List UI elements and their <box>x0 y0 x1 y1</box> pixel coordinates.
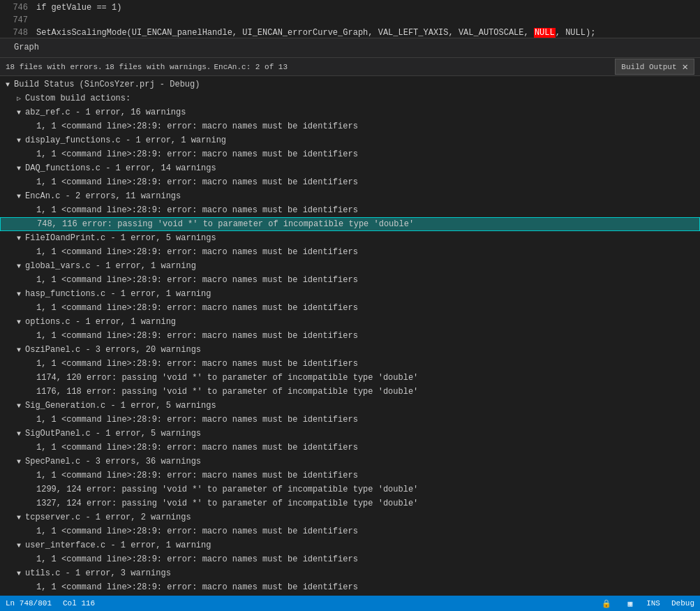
ozi-panel-error-2: 1174, 120 error: passing 'void *' to par… <box>36 373 418 383</box>
ins-status: INS <box>646 599 660 608</box>
display-functions-child-1[interactable]: 1, 1 <command line>:28:9: error: macro n… <box>0 147 700 161</box>
tree-item-ozi-panel[interactable]: ▼ OsziPanel.c - 3 errors, 20 warnings <box>0 343 700 357</box>
grid-icon-btn[interactable]: ▦ <box>625 599 636 608</box>
tree-item-utils[interactable]: ▼ utils.c - 1 error, 3 warnings <box>0 566 700 580</box>
daq-functions-label: DAQ_functions.c - 1 error, 14 warnings <box>25 163 216 173</box>
global-vars-label: global_vars.c - 1 error, 1 warning <box>25 261 196 271</box>
sig-out-panel-error-1: 1, 1 <command line>:28:9: error: macro n… <box>36 443 358 452</box>
sig-out-panel-child-1[interactable]: 1, 1 <command line>:28:9: error: macro n… <box>0 441 700 455</box>
hasp-functions-child-1[interactable]: 1, 1 <command line>:28:9: error: macro n… <box>0 301 700 315</box>
code-line-748: 748 SetAxisScalingMode(UI_ENCAN_panelHan… <box>0 27 700 38</box>
abz-ref-label: abz_ref.c - 1 error, 16 warnings <box>25 108 186 117</box>
user-interface-error-1: 1, 1 <command line>:28:9: error: macro n… <box>36 554 358 564</box>
user-interface-label: user_interface.c - 1 error, 1 warning <box>25 540 211 550</box>
tree-item-hasp-functions[interactable]: ▼ hasp_functions.c - 1 error, 1 warning <box>0 287 700 301</box>
sig-generation-child-1[interactable]: 1, 1 <command line>:28:9: error: macro n… <box>0 413 700 427</box>
display-functions-error-1: 1, 1 <command line>:28:9: error: macro n… <box>36 149 358 159</box>
spec-panel-error-2: 1299, 124 error: passing 'void *' to par… <box>36 485 418 494</box>
ozi-panel-child-3[interactable]: 1176, 118 error: passing 'void *' to par… <box>0 385 700 399</box>
spec-panel-error-3: 1327, 124 error: passing 'void *' to par… <box>36 499 418 508</box>
code-line-746: 746 if getValue == 1) <box>0 1 700 14</box>
bottom-status-bar: Ln 748/801 Col 116 🔒 ▦ INS Debug <box>0 596 700 611</box>
sig-out-panel-label: SigOutPanel.c - 1 error, 5 warnings <box>25 429 201 439</box>
tree-item-display-functions[interactable]: ▼ display_functions.c - 1 error, 1 warni… <box>0 133 700 147</box>
build-panel[interactable]: ▼ Build Status (SinCosYzer.prj - Debug) … <box>0 76 700 596</box>
tree-item-abz-ref[interactable]: ▼ abz_ref.c - 1 error, 16 warnings <box>0 105 700 119</box>
collapse-icon: ▼ <box>14 235 24 242</box>
tree-item-tcp-server[interactable]: ▼ tcpserver.c - 1 error, 2 warnings <box>0 510 700 524</box>
fileio-label: FileIOandPrint.c - 1 error, 5 warnings <box>25 233 216 243</box>
ins-label: INS <box>646 599 660 608</box>
collapse-icon: ▼ <box>14 165 24 172</box>
build-output-button[interactable]: Build Output ✕ <box>615 59 694 75</box>
sig-generation-error-1: 1, 1 <command line>:28:9: error: macro n… <box>36 415 358 425</box>
col-number-status: Col 116 <box>63 599 95 608</box>
tcp-server-child-1[interactable]: 1, 1 <command line>:28:9: error: macro n… <box>0 524 700 538</box>
utils-child-1[interactable]: 1, 1 <command line>:28:9: error: macro n… <box>0 580 700 594</box>
tree-item-fileio[interactable]: ▼ FileIOandPrint.c - 1 error, 5 warnings <box>0 231 700 245</box>
enc-an-label: EncAn.c - 2 errors, 11 warnings <box>25 191 181 201</box>
tree-item-sig-out-panel[interactable]: ▼ SigOutPanel.c - 1 error, 5 warnings <box>0 427 700 441</box>
tcp-server-label: tcpserver.c - 1 error, 2 warnings <box>25 513 191 522</box>
expand-icon: ▷ <box>14 94 24 103</box>
spec-panel-child-3[interactable]: 1327, 124 error: passing 'void *' to par… <box>0 496 700 510</box>
status-bar-top: 18 files with errors. 18 files with warn… <box>0 58 700 76</box>
collapse-icon: ▼ <box>14 402 24 410</box>
ozi-panel-child-1[interactable]: 1, 1 <command line>:28:9: error: macro n… <box>0 357 700 371</box>
hasp-functions-error-1: 1, 1 <command line>:28:9: error: macro n… <box>36 303 358 313</box>
collapse-icon: ▼ <box>14 570 24 577</box>
tree-item-sig-generation[interactable]: ▼ Sig_Generation.c - 1 error, 5 warnings <box>0 399 700 413</box>
build-status-label: Build Status (SinCosYzer.prj - Debug) <box>14 80 200 89</box>
display-functions-label: display_functions.c - 1 error, 1 warning <box>25 135 226 145</box>
close-icon[interactable]: ✕ <box>683 61 688 73</box>
options-child-1[interactable]: 1, 1 <command line>:28:9: error: macro n… <box>0 329 700 343</box>
enc-an-child-1[interactable]: 1, 1 <command line>:28:9: error: macro n… <box>0 203 700 217</box>
code-line-747: 747 <box>0 14 700 27</box>
fileio-child-1[interactable]: 1, 1 <command line>:28:9: error: macro n… <box>0 245 700 259</box>
custom-build-label: Custom build actions: <box>25 94 131 103</box>
global-vars-child-1[interactable]: 1, 1 <command line>:28:9: error: macro n… <box>0 273 700 287</box>
spec-panel-child-1[interactable]: 1, 1 <command line>:28:9: error: macro n… <box>0 469 700 483</box>
collapse-icon: ▼ <box>14 318 24 326</box>
tree-item-spec-panel[interactable]: ▼ SpecPanel.c - 3 errors, 36 warnings <box>0 455 700 469</box>
global-vars-error-1: 1, 1 <command line>:28:9: error: macro n… <box>36 275 358 285</box>
hasp-functions-label: hasp_functions.c - 1 error, 1 warning <box>25 289 211 299</box>
daq-functions-child-1[interactable]: 1, 1 <command line>:28:9: error: macro n… <box>0 175 700 189</box>
tree-item-user-interface[interactable]: ▼ user_interface.c - 1 error, 1 warning <box>0 538 700 552</box>
files-errors-label: 18 files with errors. <box>6 63 103 71</box>
options-error-1: 1, 1 <command line>:28:9: error: macro n… <box>36 331 358 341</box>
build-status-title: ▼ Build Status (SinCosYzer.prj - Debug) <box>0 78 700 91</box>
ln-label: Ln 748/801 <box>6 599 52 608</box>
enc-an-error-2: 748, 116 error: passing 'void *' to para… <box>37 219 414 229</box>
collapse-icon: ▼ <box>14 290 24 298</box>
code-editor: 746 if getValue == 1) 747 748 SetAxisSca… <box>0 0 700 38</box>
lock-icon: 🔒 <box>602 599 611 608</box>
collapse-icon: ▼ <box>14 458 24 466</box>
collapse-icon: ▼ <box>14 193 24 200</box>
collapse-icon: ▼ <box>14 542 24 550</box>
grid-icon: ▦ <box>628 599 633 608</box>
debug-status: Debug <box>671 599 694 608</box>
tab-graph[interactable]: Graph <box>6 40 47 57</box>
enc-an-error-1: 1, 1 <command line>:28:9: error: macro n… <box>36 205 358 215</box>
custom-build-actions: ▷ Custom build actions: <box>0 91 700 105</box>
collapse-icon: ▼ <box>14 346 24 354</box>
ozi-panel-child-2[interactable]: 1174, 120 error: passing 'void *' to par… <box>0 371 700 385</box>
tree-item-enc-an[interactable]: ▼ EncAn.c - 2 errors, 11 warnings <box>0 189 700 203</box>
line-number-status: Ln 748/801 <box>6 599 52 608</box>
abz-ref-child-1[interactable]: 1, 1 <command line>:28:9: error: macro n… <box>0 119 700 133</box>
spec-panel-child-2[interactable]: 1299, 124 error: passing 'void *' to par… <box>0 483 700 496</box>
user-interface-child-1[interactable]: 1, 1 <command line>:28:9: error: macro n… <box>0 552 700 566</box>
collapse-icon: ▼ <box>14 137 24 145</box>
tree-item-global-vars[interactable]: ▼ global_vars.c - 1 error, 1 warning <box>0 259 700 273</box>
ozi-panel-error-3: 1176, 118 error: passing 'void *' to par… <box>36 387 418 397</box>
options-label: options.c - 1 error, 1 warning <box>25 317 176 327</box>
tree-item-daq-functions[interactable]: ▼ DAQ_functions.c - 1 error, 14 warnings <box>0 161 700 175</box>
sig-generation-label: Sig_Generation.c - 1 error, 5 warnings <box>25 401 216 411</box>
lock-icon-btn[interactable]: 🔒 <box>599 599 614 608</box>
enc-an-child-2[interactable]: 748, 116 error: passing 'void *' to para… <box>0 217 700 231</box>
enc-an-label: EncAn.c: 2 of 13 <box>214 63 288 71</box>
fileio-error-1: 1, 1 <command line>:28:9: error: macro n… <box>36 247 358 257</box>
tree-item-options[interactable]: ▼ options.c - 1 error, 1 warning <box>0 315 700 329</box>
files-warnings-label: 18 files with warnings. <box>105 63 211 71</box>
